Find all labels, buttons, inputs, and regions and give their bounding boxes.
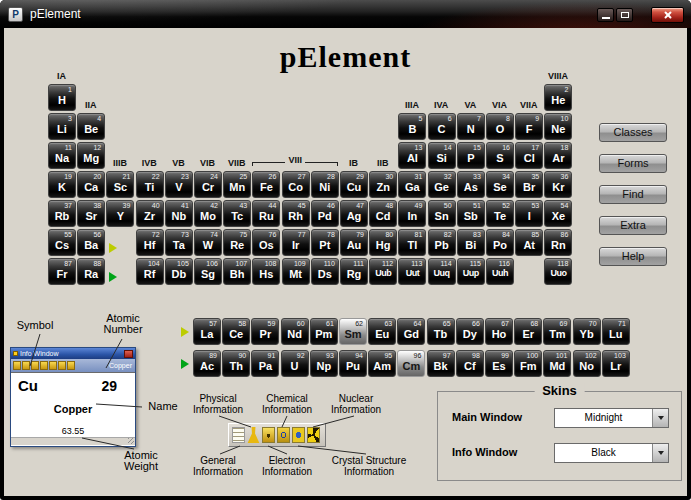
main-window-skin-dropdown-button[interactable] [652,409,668,427]
element-tile-er[interactable]: 68Er [514,318,542,345]
element-tile-ho[interactable]: 67Ho [485,318,513,345]
element-tile-ta[interactable]: 73Ta [165,229,193,256]
element-tile-ar[interactable]: 18Ar [544,142,572,169]
element-tile-bh[interactable]: 107Bh [223,258,251,285]
classes-button[interactable]: Classes [599,123,667,142]
element-tile-uut[interactable]: 113Uut [398,258,426,285]
titlebar[interactable]: P pElement [0,0,691,28]
element-tile-tm[interactable]: 69Tm [543,318,571,345]
element-tile-pt[interactable]: 78Pt [311,229,339,256]
element-tile-i[interactable]: 53I [515,200,543,227]
element-tile-kr[interactable]: 36Kr [544,171,572,198]
element-tile-bi[interactable]: 83Bi [457,229,485,256]
element-tile-ag[interactable]: 47Ag [340,200,368,227]
element-tile-na[interactable]: 11Na [48,142,76,169]
element-tile-he[interactable]: 2He [544,84,572,111]
element-tile-np[interactable]: 93Np [310,350,338,377]
element-tile-fm[interactable]: 100Fm [514,350,542,377]
element-tile-es[interactable]: 99Es [485,350,513,377]
element-tile-k[interactable]: 19K [48,171,76,198]
element-tile-fe[interactable]: 26Fe [252,171,280,198]
element-tile-u[interactable]: 92U [281,350,309,377]
main-window-skin-select[interactable]: Midnight [554,408,669,428]
element-tile-cu[interactable]: 29Cu [340,171,368,198]
element-tile-uub[interactable]: 112Uub [369,258,397,285]
element-tile-gd[interactable]: 64Gd [397,318,425,345]
element-tile-mo[interactable]: 42Mo [194,200,222,227]
element-tile-hs[interactable]: 108Hs [252,258,280,285]
element-tile-cr[interactable]: 24Cr [194,171,222,198]
element-tile-uuo[interactable]: 118Uuo [544,258,572,285]
element-tile-pb[interactable]: 82Pb [428,229,456,256]
element-tile-tc[interactable]: 43Tc [223,200,251,227]
element-tile-no[interactable]: 102No [573,350,601,377]
element-tile-rf[interactable]: 104Rf [136,258,164,285]
element-tile-dy[interactable]: 66Dy [456,318,484,345]
element-tile-li[interactable]: 3Li [48,113,76,140]
element-tile-cl[interactable]: 17Cl [515,142,543,169]
element-tile-in[interactable]: 49In [398,200,426,227]
element-tile-lu[interactable]: 71Lu [602,318,630,345]
element-tile-rb[interactable]: 37Rb [48,200,76,227]
element-tile-p[interactable]: 15P [457,142,485,169]
element-tile-tb[interactable]: 65Tb [427,318,455,345]
element-tile-s[interactable]: 16S [486,142,514,169]
element-tile-cm[interactable]: 96Cm [397,350,425,377]
element-tile-cd[interactable]: 48Cd [369,200,397,227]
element-tile-f[interactable]: 9F [515,113,543,140]
element-tile-ra[interactable]: 88Ra [77,258,105,285]
element-tile-hg[interactable]: 80Hg [369,229,397,256]
element-tile-mn[interactable]: 25Mn [223,171,251,198]
element-tile-sb[interactable]: 51Sb [457,200,485,227]
element-tile-co[interactable]: 27Co [282,171,310,198]
element-tile-re[interactable]: 75Re [223,229,251,256]
element-tile-pd[interactable]: 46Pd [311,200,339,227]
element-tile-pr[interactable]: 59Pr [251,318,279,345]
element-tile-y[interactable]: 39Y [106,200,134,227]
element-tile-pm[interactable]: 61Pm [310,318,338,345]
element-tile-n[interactable]: 7N [457,113,485,140]
element-tile-ni[interactable]: 28Ni [311,171,339,198]
element-tile-v[interactable]: 23V [165,171,193,198]
element-tile-w[interactable]: 74W [194,229,222,256]
info-window-skin-dropdown-button[interactable] [652,444,668,462]
element-tile-c[interactable]: 6C [428,113,456,140]
element-tile-pu[interactable]: 94Pu [339,350,367,377]
element-tile-zn[interactable]: 30Zn [369,171,397,198]
element-tile-h[interactable]: 1H [48,84,76,111]
maximize-button[interactable] [616,8,633,22]
element-tile-au[interactable]: 79Au [340,229,368,256]
element-tile-sc[interactable]: 21Sc [106,171,134,198]
element-tile-ge[interactable]: 32Ge [428,171,456,198]
element-tile-fr[interactable]: 87Fr [48,258,76,285]
element-tile-cf[interactable]: 98Cf [456,350,484,377]
info-window-skin-select[interactable]: Black [554,443,669,463]
help-button[interactable]: Help [599,247,667,266]
element-tile-ti[interactable]: 22Ti [136,171,164,198]
element-tile-rn[interactable]: 86Rn [544,229,572,256]
element-tile-uuh[interactable]: 116Uuh [486,258,514,285]
element-tile-be[interactable]: 4Be [77,113,105,140]
element-tile-ac[interactable]: 89Ac [193,350,221,377]
element-tile-si[interactable]: 14Si [428,142,456,169]
element-tile-mt[interactable]: 109Mt [282,258,310,285]
element-tile-th[interactable]: 90Th [222,350,250,377]
element-tile-db[interactable]: 105Db [165,258,193,285]
extra-button[interactable]: Extra [599,216,667,235]
element-tile-nb[interactable]: 41Nb [165,200,193,227]
element-tile-b[interactable]: 5B [398,113,426,140]
element-tile-at[interactable]: 85At [515,229,543,256]
element-tile-la[interactable]: 57La [193,318,221,345]
element-tile-bk[interactable]: 97Bk [427,350,455,377]
element-tile-uuq[interactable]: 114Uuq [428,258,456,285]
element-tile-ne[interactable]: 10Ne [544,113,572,140]
element-tile-lr[interactable]: 103Lr [602,350,630,377]
element-tile-se[interactable]: 34Se [486,171,514,198]
element-tile-os[interactable]: 76Os [252,229,280,256]
element-tile-zr[interactable]: 40Zr [136,200,164,227]
element-tile-ir[interactable]: 77Ir [282,229,310,256]
element-tile-sg[interactable]: 106Sg [194,258,222,285]
element-tile-ce[interactable]: 58Ce [222,318,250,345]
element-tile-md[interactable]: 101Md [543,350,571,377]
element-tile-tl[interactable]: 81Tl [398,229,426,256]
